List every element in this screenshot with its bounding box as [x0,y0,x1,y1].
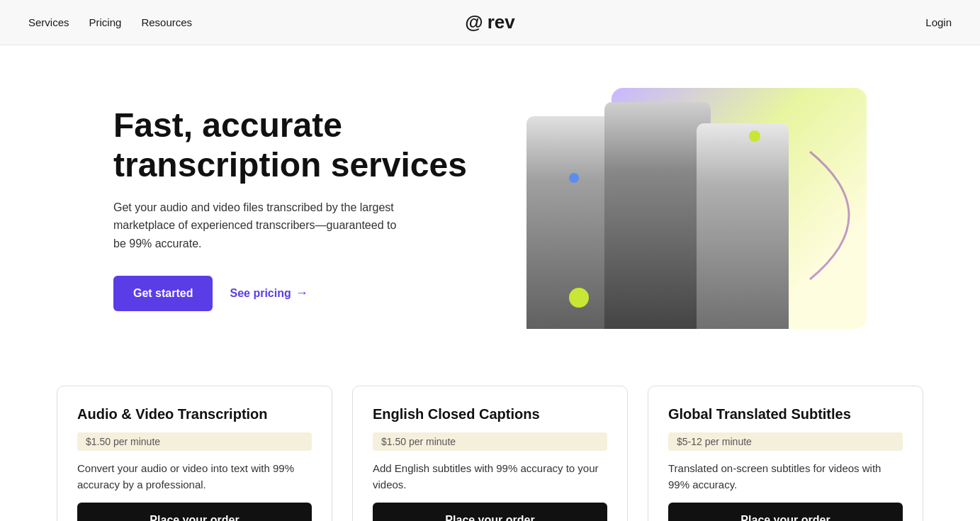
hero-section: Fast, accurate transcription services Ge… [0,45,980,371]
hero-heading: Fast, accurate transcription services [113,106,482,184]
nav-logo[interactable]: @ rev [465,11,514,33]
card-price-english-captions: $1.50 per minute [373,432,607,451]
card-description-global-subtitles: Translated on-screen subtitles for video… [668,461,903,493]
nav-services[interactable]: Services [28,16,69,28]
card-price-human-transcription: $1.50 per minute [77,432,312,451]
place-order-button-english-captions[interactable]: Place your order [373,503,607,521]
service-card-human-transcription: Audio & Video Transcription $1.50 per mi… [57,386,332,521]
nav-left: Services Pricing Resources [28,16,192,28]
see-pricing-link[interactable]: See pricing → [230,286,308,301]
nav-pricing[interactable]: Pricing [89,16,122,28]
service-card-global-subtitles: Global Translated Subtitles $5-12 per mi… [648,386,923,521]
card-title-english-captions: English Closed Captions [373,406,607,422]
purple-arc-decoration [803,145,888,289]
nav-resources[interactable]: Resources [141,16,192,28]
blue-dot-decoration [569,173,579,183]
get-started-button[interactable]: Get started [113,276,213,311]
logo-text: rev [488,11,515,33]
green-dot-decoration-1 [569,288,589,308]
hero-buttons: Get started See pricing → [113,276,482,311]
person-2 [604,102,711,329]
card-description-human-transcription: Convert your audio or video into text wi… [77,461,312,493]
service-cards-section: Audio & Video Transcription $1.50 per mi… [0,371,980,521]
see-pricing-label: See pricing [230,287,291,300]
place-order-button-global-subtitles[interactable]: Place your order [668,503,903,521]
arrow-icon: → [295,286,308,301]
service-card-english-captions: English Closed Captions $1.50 per minute… [352,386,628,521]
card-title-global-subtitles: Global Translated Subtitles [668,406,903,422]
hero-description: Get your audio and video files transcrib… [113,198,411,253]
navbar: Services Pricing Resources @ rev Login [0,0,980,45]
card-description-english-captions: Add English subtitles with 99% accuracy … [373,461,607,493]
logo-at-symbol: @ [465,11,483,33]
place-order-button-human-transcription[interactable]: Place your order [77,503,312,521]
nav-right: Login [925,16,952,29]
green-dot-decoration-2 [749,130,760,142]
person-3 [697,123,789,329]
hero-image [498,88,867,329]
nav-login[interactable]: Login [925,16,952,28]
card-price-global-subtitles: $5-12 per minute [668,432,903,451]
hero-content: Fast, accurate transcription services Ge… [113,106,482,310]
card-title-human-transcription: Audio & Video Transcription [77,406,312,422]
